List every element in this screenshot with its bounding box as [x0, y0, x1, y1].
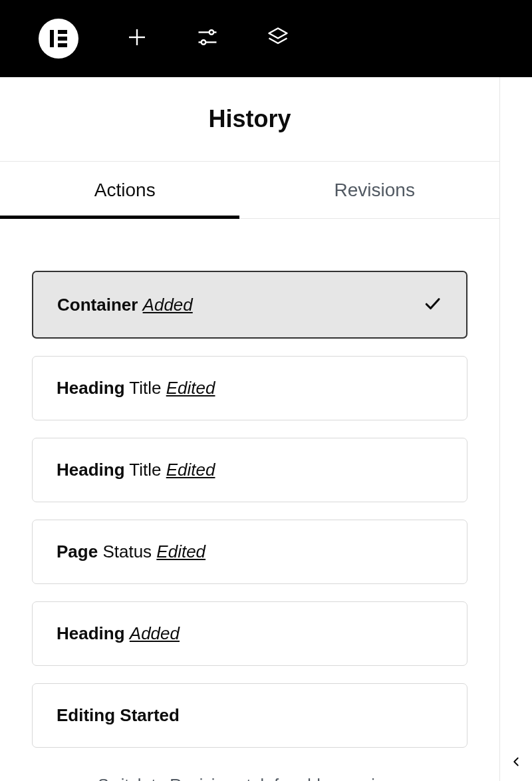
history-list: Container Added Heading Title Edited Hea…	[0, 219, 499, 748]
history-item-element: Heading	[57, 623, 125, 643]
panel-title: History	[0, 77, 499, 162]
svg-point-5	[201, 40, 206, 45]
history-item-action: Added	[130, 623, 180, 643]
add-element-button[interactable]	[125, 27, 149, 51]
history-item-label: Heading Title Edited	[57, 378, 215, 398]
history-item-element: Container	[57, 295, 138, 315]
footer-hint: Switch to Revisions tab for older versio…	[0, 765, 499, 781]
svg-point-3	[209, 30, 214, 35]
settings-slider-icon	[196, 25, 219, 52]
panel-collapse-button[interactable]	[500, 745, 532, 781]
history-item[interactable]: Editing Started	[32, 683, 467, 748]
history-item[interactable]: Heading Added	[32, 601, 467, 666]
history-item-action: Added	[143, 295, 193, 315]
history-item-label: Editing Started	[57, 705, 180, 726]
history-item[interactable]: Heading Title Edited	[32, 356, 467, 420]
chevron-left-icon	[509, 754, 523, 772]
tab-revisions[interactable]: Revisions	[250, 162, 500, 218]
top-bar	[0, 0, 532, 77]
history-item-label: Heading Title Edited	[57, 460, 215, 480]
history-item[interactable]: Container Added	[32, 271, 467, 339]
history-item-element: Heading	[57, 460, 125, 480]
history-item-subject: Title	[129, 460, 161, 480]
history-item-subject: Status	[102, 542, 152, 561]
history-panel: History Actions Revisions Container Adde…	[0, 77, 500, 781]
navigator-button[interactable]	[266, 27, 290, 51]
history-item-element: Heading	[57, 378, 125, 398]
history-tabs: Actions Revisions	[0, 162, 499, 219]
history-item-element: Page	[57, 542, 98, 561]
layers-icon	[266, 25, 290, 52]
history-item-label: Container Added	[57, 295, 193, 315]
history-item-label: Heading Added	[57, 623, 180, 644]
history-item[interactable]: Heading Title Edited	[32, 438, 467, 502]
history-item-action: Edited	[166, 460, 215, 480]
svg-marker-6	[269, 29, 287, 39]
check-icon	[422, 293, 442, 316]
page-settings-button[interactable]	[196, 27, 219, 51]
history-item[interactable]: Page Status Edited	[32, 520, 467, 584]
plus-icon	[125, 25, 149, 52]
history-item-action: Edited	[156, 542, 205, 561]
history-item-label: Page Status Edited	[57, 542, 205, 562]
tab-actions[interactable]: Actions	[0, 162, 250, 218]
history-item-subject: Title	[129, 378, 161, 398]
history-item-element: Editing Started	[57, 705, 180, 725]
history-item-action: Edited	[166, 378, 215, 398]
elementor-logo[interactable]	[39, 19, 78, 59]
